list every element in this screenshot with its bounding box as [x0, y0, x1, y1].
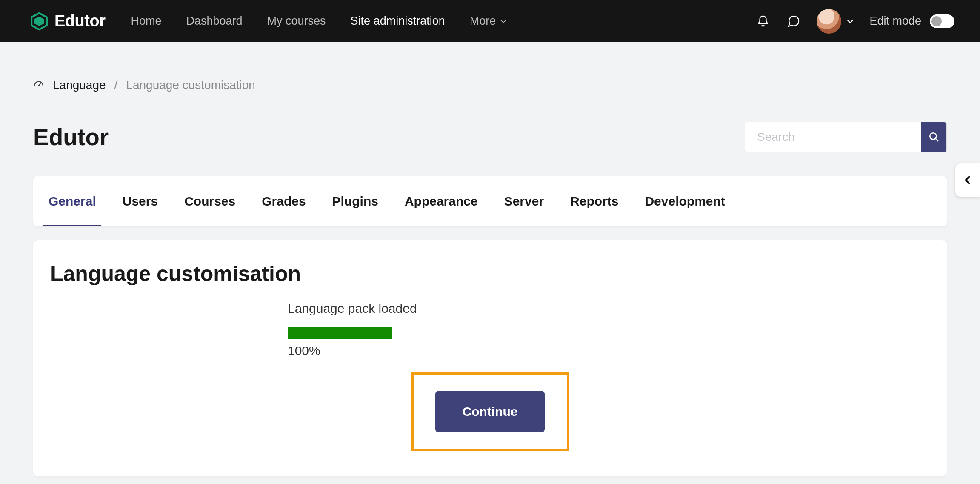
- chevron-left-icon: [963, 175, 973, 185]
- tab-development[interactable]: Development: [642, 176, 727, 226]
- tab-plugins[interactable]: Plugins: [330, 176, 381, 226]
- nav-more-label: More: [470, 14, 496, 28]
- brand[interactable]: Edutor: [30, 12, 105, 31]
- brand-name: Edutor: [54, 12, 105, 30]
- continue-button[interactable]: Continue: [435, 391, 545, 432]
- bell-icon: [757, 15, 769, 28]
- dashboard-icon: [33, 80, 44, 91]
- edit-mode-group: Edit mode: [869, 14, 954, 28]
- brand-logo-icon: [30, 12, 49, 31]
- search-icon: [929, 132, 940, 143]
- nav-dashboard[interactable]: Dashboard: [186, 14, 242, 28]
- avatar: [817, 9, 841, 34]
- tab-server[interactable]: Server: [502, 176, 546, 226]
- top-nav: Edutor Home Dashboard My courses Site ad…: [0, 0, 980, 42]
- search-input[interactable]: [745, 122, 921, 152]
- site-title: Edutor: [33, 123, 109, 151]
- tab-courses[interactable]: Courses: [182, 176, 238, 226]
- drawer-toggle[interactable]: [955, 163, 980, 197]
- tab-general[interactable]: General: [46, 176, 99, 226]
- svg-marker-1: [34, 17, 44, 26]
- chevron-down-icon: [500, 18, 507, 25]
- notifications-button[interactable]: [755, 14, 771, 29]
- nav-site-administration[interactable]: Site administration: [351, 14, 445, 28]
- svg-point-4: [930, 133, 936, 139]
- progress-status: Language pack loaded: [288, 301, 509, 316]
- search-group: [745, 122, 947, 152]
- page: Language / Language customisation Edutor…: [0, 42, 980, 476]
- edit-mode-toggle[interactable]: [930, 14, 954, 28]
- continue-highlight: Continue: [411, 372, 569, 451]
- progress-bar: [288, 327, 392, 339]
- tab-reports[interactable]: Reports: [568, 176, 621, 226]
- search-button[interactable]: [921, 122, 946, 152]
- tab-users[interactable]: Users: [120, 176, 160, 226]
- nav-my-courses[interactable]: My courses: [267, 14, 326, 28]
- messages-button[interactable]: [786, 14, 801, 29]
- breadcrumb-root[interactable]: Language: [53, 78, 106, 92]
- nav-home[interactable]: Home: [131, 14, 161, 28]
- progress-percent: 100%: [288, 344, 509, 358]
- title-bar: Edutor: [33, 122, 947, 152]
- svg-line-3: [39, 83, 40, 86]
- toggle-knob: [931, 16, 942, 26]
- tab-appearance[interactable]: Appearance: [402, 176, 480, 226]
- chevron-down-icon: [846, 17, 854, 25]
- nav-links: Home Dashboard My courses Site administr…: [131, 14, 507, 28]
- tab-grades[interactable]: Grades: [259, 176, 308, 226]
- breadcrumb: Language / Language customisation: [33, 78, 947, 92]
- user-menu[interactable]: [817, 9, 854, 34]
- admin-tabs: General Users Courses Grades Plugins App…: [33, 176, 947, 226]
- edit-mode-label: Edit mode: [869, 14, 921, 28]
- progress-block: Language pack loaded 100%: [288, 301, 509, 358]
- breadcrumb-current: Language customisation: [126, 78, 255, 92]
- breadcrumb-separator: /: [114, 78, 118, 92]
- svg-line-5: [935, 138, 938, 141]
- chat-icon: [787, 14, 800, 28]
- content-title: Language customisation: [50, 261, 930, 286]
- content-card: Language customisation Language pack loa…: [33, 240, 947, 476]
- nav-more[interactable]: More: [470, 14, 507, 28]
- top-nav-right: Edit mode: [755, 9, 954, 34]
